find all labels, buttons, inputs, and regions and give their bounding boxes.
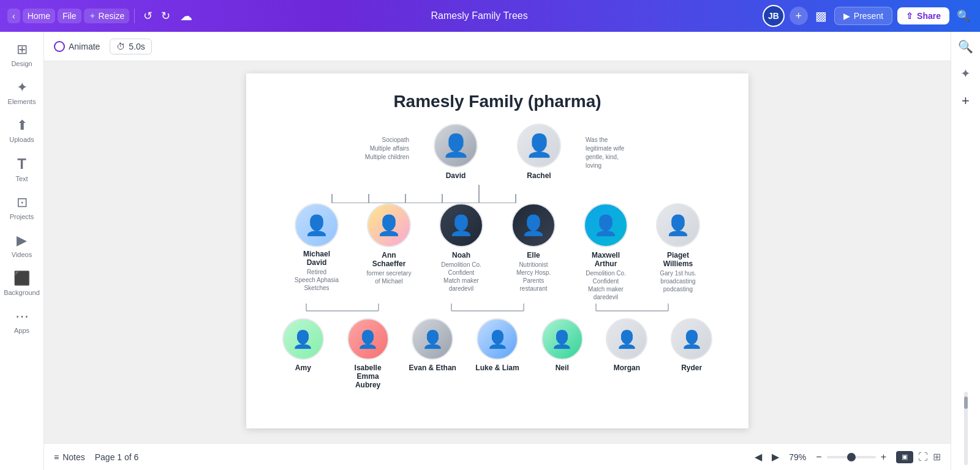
zoom-slider[interactable]: − + bbox=[816, 452, 886, 463]
redo-button[interactable]: ↻ bbox=[157, 7, 174, 25]
person-desc-maxwell: Demolition Co.ConfidentMatch makerdarede… bbox=[586, 269, 626, 301]
avatar-elle: 👤 bbox=[511, 203, 556, 247]
person-piaget: 👤 PiagetWilliems Gary 1st hus.broadcasti… bbox=[642, 203, 714, 293]
notes-label: Notes bbox=[62, 452, 85, 462]
page-title: Ramesly Family (pharma) bbox=[271, 92, 724, 111]
right-panel-scroll-thumb bbox=[964, 397, 968, 409]
topbar-center: Ramesly Family Trees bbox=[201, 10, 757, 21]
back-button[interactable]: ‹ bbox=[7, 9, 20, 23]
sidebar-item-background[interactable]: ⬛ Background bbox=[4, 266, 40, 301]
user-avatar[interactable]: JB bbox=[763, 5, 785, 27]
divider bbox=[134, 9, 135, 23]
background-icon: ⬛ bbox=[13, 270, 30, 286]
present-label: Present bbox=[854, 11, 883, 21]
zoom-thumb[interactable] bbox=[847, 453, 856, 461]
person-desc-michael: RetiredSpeech AphasiaSketches bbox=[295, 268, 339, 292]
home-button[interactable]: Home bbox=[23, 9, 55, 23]
elements-icon: ✦ bbox=[17, 80, 28, 95]
notes-icon: ≡ bbox=[54, 452, 59, 462]
zoom-plus-button[interactable]: + bbox=[881, 452, 886, 463]
resize-button[interactable]: ✦ Resize bbox=[84, 9, 130, 23]
person-luke-liam: 👤 Luke & Liam bbox=[465, 318, 530, 372]
avatar-maxwell: 👤 bbox=[584, 203, 628, 247]
videos-icon: ▶ bbox=[17, 233, 27, 248]
uploads-icon: ⬆ bbox=[17, 118, 28, 133]
person-desc-elle: NutritionistMercy Hosp.Parentsrestaurant bbox=[516, 261, 551, 293]
main-area: ⊞ Design ✦ Elements ⬆ Uploads T Text ⊡ P… bbox=[0, 32, 980, 470]
right-panel-scrollbar[interactable] bbox=[964, 392, 968, 465]
sidebar-item-text[interactable]: T Text bbox=[4, 151, 40, 187]
add-collaborator-button[interactable]: + bbox=[790, 7, 808, 25]
animate-button[interactable]: Animate bbox=[54, 41, 100, 52]
person-name-noah: Noah bbox=[452, 251, 470, 259]
person-desc-ann: former secretaryof Michael bbox=[367, 269, 412, 285]
connector-gen2-gen3 bbox=[271, 304, 724, 318]
person-isabelle: 👤 IsabelleEmmaAubrey bbox=[336, 318, 401, 389]
person-ryder: 👤 Ryder bbox=[659, 318, 724, 372]
page-toggle-label: ▣ bbox=[902, 453, 908, 461]
notes-button[interactable]: ≡ Notes bbox=[54, 452, 85, 462]
share-label: Share bbox=[917, 11, 941, 21]
person-maxwell: 👤 MaxwellArthur Demolition Co.ConfidentM… bbox=[570, 203, 642, 301]
prev-page-button[interactable]: ◀ bbox=[755, 451, 762, 463]
avatar-isabelle: 👤 bbox=[347, 318, 389, 360]
cloud-save-button[interactable]: ☁ bbox=[176, 6, 196, 26]
person-desc-noah: Demolition Co.ConfidentMatch makerdarede… bbox=[441, 261, 481, 293]
avatar-evan-ethan: 👤 bbox=[412, 318, 453, 360]
clock-icon: ⏱ bbox=[116, 42, 125, 51]
sidebar-item-design[interactable]: ⊞ Design bbox=[4, 37, 40, 72]
avatar-noah: 👤 bbox=[439, 203, 483, 247]
secondary-toolbar: Animate ⏱ 5.0s bbox=[44, 32, 951, 61]
page-view-toggle[interactable]: ▣ bbox=[896, 451, 913, 463]
avatar-amy: 👤 bbox=[282, 318, 324, 360]
person-name-evan-ethan: Evan & Ethan bbox=[409, 364, 456, 372]
sidebar-item-videos[interactable]: ▶ Videos bbox=[4, 228, 40, 263]
person-evan-ethan: 👤 Evan & Ethan bbox=[400, 318, 465, 372]
fullscreen-button[interactable]: ⛶ bbox=[918, 452, 928, 463]
avatar-piaget: 👤 bbox=[656, 203, 700, 247]
undo-redo-group: ↺ ↻ bbox=[140, 7, 174, 25]
stats-button[interactable]: ▩ bbox=[813, 6, 829, 26]
canvas-scroll[interactable]: Ramesly Family (pharma) SociopathMultipl… bbox=[44, 61, 951, 443]
share-button[interactable]: ⇧ Share bbox=[897, 7, 949, 24]
zoom-minus-button[interactable]: − bbox=[816, 452, 821, 463]
topbar: ‹ Home File ✦ Resize ↺ ↻ ☁ Ramesly Famil… bbox=[0, 0, 980, 32]
back-arrow-icon: ‹ bbox=[12, 11, 15, 21]
design-icon: ⊞ bbox=[17, 42, 28, 58]
generation-2: 👤 MichaelDavid RetiredSpeech AphasiaSket… bbox=[271, 203, 724, 301]
present-icon: ▶ bbox=[843, 11, 850, 21]
duration-button[interactable]: ⏱ 5.0s bbox=[110, 39, 151, 54]
animate-label: Animate bbox=[69, 42, 100, 51]
canvas-page: Ramesly Family (pharma) SociopathMultipl… bbox=[246, 73, 748, 428]
person-michael: 👤 MichaelDavid RetiredSpeech AphasiaSket… bbox=[281, 203, 353, 292]
home-label: Home bbox=[28, 11, 50, 21]
sidebar-item-apps[interactable]: ⋯ Apps bbox=[4, 304, 40, 339]
undo-button[interactable]: ↺ bbox=[140, 7, 156, 25]
grid-view-button[interactable]: ⊞ bbox=[933, 451, 941, 463]
avatar-david: 👤 bbox=[434, 124, 478, 168]
right-panel-search-icon[interactable]: 🔍 bbox=[956, 37, 976, 56]
projects-icon: ⊡ bbox=[17, 195, 28, 211]
person-noah: 👤 Noah Demolition Co.ConfidentMatch make… bbox=[425, 203, 497, 293]
person-name-david: David bbox=[446, 171, 466, 180]
search-icon[interactable]: 🔍 bbox=[954, 7, 973, 25]
sidebar-item-uploads[interactable]: ⬆ Uploads bbox=[4, 113, 40, 148]
sidebar-item-elements[interactable]: ✦ Elements bbox=[4, 75, 40, 110]
present-button[interactable]: ▶ Present bbox=[834, 7, 892, 25]
person-name-rachel: Rachel bbox=[527, 171, 551, 180]
zoom-track[interactable] bbox=[827, 456, 876, 458]
generation-1: SociopathMultiple affairsMultiple childr… bbox=[271, 124, 724, 180]
avatar-rachel: 👤 bbox=[517, 124, 561, 168]
next-page-button[interactable]: ▶ bbox=[772, 451, 779, 463]
right-panel-magic-icon[interactable]: ✦ bbox=[958, 64, 973, 83]
person-name-ryder: Ryder bbox=[681, 364, 702, 372]
file-button[interactable]: File bbox=[58, 9, 81, 23]
person-name-maxwell: MaxwellArthur bbox=[592, 251, 620, 268]
right-panel-add-button[interactable]: + bbox=[959, 91, 972, 111]
avatar-ryder: 👤 bbox=[671, 318, 712, 360]
sidebar-item-projects[interactable]: ⊡ Projects bbox=[4, 190, 40, 225]
bottom-bar: ≡ Notes Page 1 of 6 ◀ ▶ 79% − + ▣ ⛶ ⊞ bbox=[44, 443, 951, 470]
text-icon: T bbox=[17, 155, 26, 173]
person-ann: 👤 AnnSchaeffer former secretaryof Michae… bbox=[353, 203, 425, 285]
topbar-left: ‹ Home File ✦ Resize ↺ ↻ ☁ bbox=[7, 6, 196, 26]
